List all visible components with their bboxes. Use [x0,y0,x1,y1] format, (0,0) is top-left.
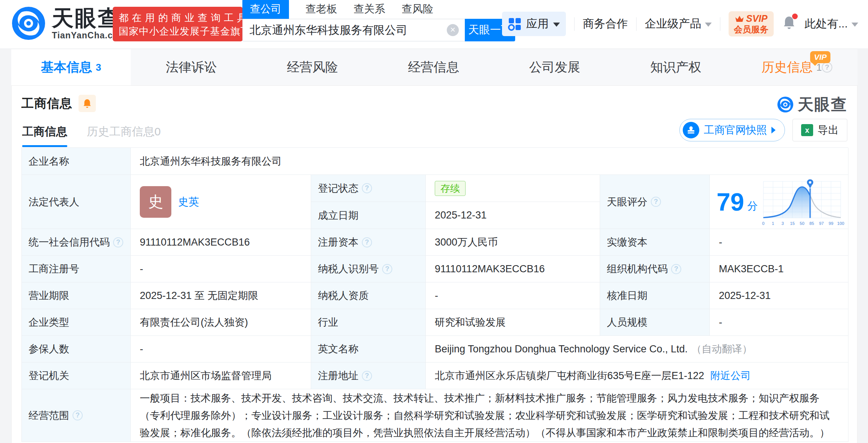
tianyancha-company-page: 天眼查 TianYanCha.com 都在用的商业查询工具 国家中小企业发展子基… [0,0,868,443]
excel-icon: x [801,124,813,136]
score-value: 79 [717,190,744,214]
promo-line1: 都在用的商业查询工具 [119,11,237,24]
section-title: 工商信息 [21,95,73,112]
nearby-companies-link[interactable]: 附近公司 [710,369,751,382]
svip-member-button[interactable]: SVIP 会员服务 [729,11,774,36]
help-icon[interactable]: ? [651,197,661,207]
search-tab-company[interactable]: 查公司 [242,0,289,19]
help-icon[interactable]: ? [362,371,372,381]
apps-label: 应用 [526,16,549,32]
search-input[interactable] [242,19,465,41]
svg-text:3: 3 [782,221,784,226]
nav-enterprise-products[interactable]: 企业级产品 [645,16,712,32]
user-menu[interactable]: 此处有... [804,16,858,32]
subtab-history-business-info[interactable]: 历史工商信息0 [87,124,161,147]
tianyan-score-cell: 79 分 [710,175,848,229]
row-label: 天眼评分 ? [600,175,710,229]
promo-banner: 都在用的商业查询工具 国家中小企业发展子基金旗下机构 [113,7,243,41]
svg-text:0: 0 [762,221,765,226]
tab-legal-proceedings[interactable]: 法律诉讼 [131,49,252,85]
paid-capital-value: - [710,229,848,256]
row-label: 登记状态 ? [311,175,426,202]
tab-company-development[interactable]: 公司发展 [494,49,615,85]
subscribe-bell-button[interactable] [79,95,96,112]
search-tab-boss[interactable]: 查老板 [305,0,337,19]
chevron-down-icon [851,23,858,27]
reg-authority-value: 北京市通州区市场监督管理局 [131,363,311,389]
svg-text:15: 15 [790,221,795,226]
tab-intellectual-property[interactable]: 知识产权 [615,49,736,85]
company-name-value: 北京通州东华科技服务有限公司 [131,148,848,175]
apps-menu-button[interactable]: 应用 [502,12,566,36]
tab-operating-risk[interactable]: 经营风险 [252,49,373,85]
tab-operating-info[interactable]: 经营信息 [373,49,494,85]
vip-badge: VIP [810,51,830,63]
top-navigation: 应用 商务合作 企业级产品 SVIP 会员服务 [502,11,858,36]
row-label: 登记机关 [22,363,131,389]
nav-cooperation[interactable]: 商务合作 [583,16,628,32]
insured-count-value: - [131,336,311,363]
divider [636,17,637,31]
tab-count: 3 [96,62,101,73]
auto-translate-note: （自动翻译） [691,342,752,356]
row-label: 成立日期 [311,202,426,229]
row-label: 经营范围 ? [22,389,131,442]
english-name-value: Beijing Tongzhou Donghua Technology Serv… [435,343,688,355]
legal-rep-avatar[interactable]: 史 [140,186,171,218]
row-label: 工商注册号 [22,256,131,282]
search-tab-risk[interactable]: 查风险 [402,0,433,19]
official-snapshot-button[interactable]: 工商官网快照 [679,119,785,141]
subtab-business-info[interactable]: 工商信息 [22,124,67,147]
svg-text:1: 1 [772,221,774,226]
help-icon[interactable]: ? [822,62,832,73]
status-badge: 存续 [435,181,466,196]
site-header: 天眼查 TianYanCha.com 都在用的商业查询工具 国家中小企业发展子基… [0,0,868,49]
row-label: 企业名称 [22,148,131,175]
help-icon[interactable]: ? [73,410,83,420]
search-tabs: 查公司 查老板 查关系 查风险 [242,2,515,19]
company-tab-bar: 基本信息 3 法律诉讼 经营风险 经营信息 公司发展 知识产权 VIP 历史信息… [11,49,857,86]
reg-number-value: - [131,256,311,282]
row-label: 纳税人资质 [311,282,426,309]
business-term-value: 2025-12-31 至 无固定期限 [131,282,311,309]
crown-icon [735,15,744,23]
notification-bell-icon[interactable] [782,15,796,33]
tab-history-info[interactable]: VIP 历史信息 1 ? [736,49,857,85]
help-icon[interactable]: ? [113,237,123,247]
row-label: 组织机构代码 ? [600,256,710,282]
row-label: 法定代表人 [22,175,131,229]
credit-code-value: 91110112MAK3ECCB16 [131,229,311,256]
row-label: 人员规模 [600,309,710,336]
chevron-down-icon [553,23,560,27]
help-icon[interactable]: ? [671,264,681,274]
row-label: 注册地址 ? [311,363,426,389]
promo-line2: 国家中小企业发展子基金旗下机构 [119,24,237,38]
svg-text:85: 85 [809,221,814,226]
tianyancha-eye-icon [11,5,47,41]
taxpayer-id-value: 91110112MAK3ECCB16 [426,256,600,282]
legal-rep-link[interactable]: 史英 [178,195,199,209]
row-label: 核准日期 [600,282,710,309]
search-tab-relation[interactable]: 查关系 [354,0,385,19]
help-icon[interactable]: ? [362,183,372,193]
divider [720,17,720,31]
reg-address-value: 北京市通州区永乐店镇柴厂屯村商业街635号E座一层E1-122 [435,369,704,382]
site-logo[interactable]: 天眼查 TianYanCha.com [11,5,127,41]
divider [574,17,575,31]
row-label: 参保人数 [22,336,131,363]
apps-grid-icon [508,17,522,31]
score-distribution-chart: 0 1 3 15 50 85 97 99 100 [761,176,845,228]
help-icon[interactable]: ? [362,237,372,247]
svg-text:97: 97 [819,221,824,226]
tab-basic-info[interactable]: 基本信息 3 [11,49,131,85]
english-name-cell: Beijing Tongzhou Donghua Technology Serv… [426,336,848,363]
established-date-value: 2025-12-31 [426,202,600,229]
clear-search-icon[interactable]: × [447,24,459,36]
row-label: 实缴资本 [600,229,710,256]
stamp-icon [686,125,696,135]
help-icon[interactable]: ? [382,264,392,274]
score-marker-pin [807,179,814,188]
taxpayer-quality-value: - [426,282,600,309]
org-code-value: MAK3ECCB-1 [710,256,848,282]
export-button[interactable]: x 导出 [792,119,847,141]
